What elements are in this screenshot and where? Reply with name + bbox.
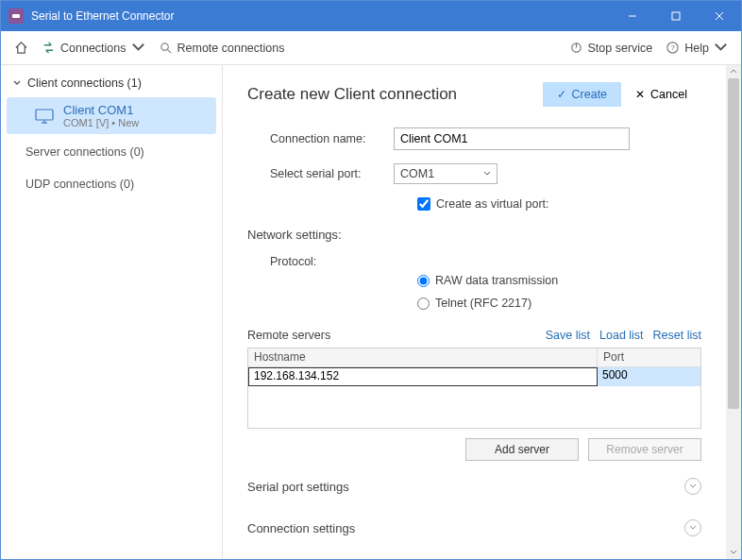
chevron-down-icon xyxy=(684,478,701,495)
save-list-link[interactable]: Save list xyxy=(546,329,590,342)
home-icon xyxy=(14,41,28,55)
reset-list-link[interactable]: Reset list xyxy=(653,329,701,342)
add-server-button[interactable]: Add server xyxy=(465,438,579,461)
remote-servers-actions: Add server Remove server xyxy=(247,438,701,461)
chevron-down-icon xyxy=(131,41,145,55)
scroll-down-icon[interactable] xyxy=(726,546,741,559)
port-cell[interactable]: 5000 xyxy=(598,367,700,386)
svg-rect-11 xyxy=(36,110,53,120)
page-title: Create new Client connection xyxy=(247,85,543,104)
page-header: Create new Client connection ✓ Create ✕ … xyxy=(247,82,701,107)
app-icon xyxy=(8,8,24,24)
scrollbar-thumb[interactable] xyxy=(728,78,739,409)
sidebar-item-text: Client COM1 COM1 [V] • New xyxy=(63,103,139,128)
radio-raw-row: RAW data transmission xyxy=(417,274,701,287)
svg-rect-2 xyxy=(672,12,680,20)
connection-name-input[interactable] xyxy=(394,127,630,150)
label-telnet: Telnet (RFC 2217) xyxy=(435,297,531,310)
titlebar: Serial to Ethernet Connector xyxy=(1,1,741,31)
stop-service-button[interactable]: Stop service xyxy=(565,39,657,57)
chevron-down-icon xyxy=(483,170,491,178)
minimize-button[interactable] xyxy=(611,1,654,31)
label-protocol: Protocol: xyxy=(247,255,394,268)
chevron-down-icon xyxy=(684,519,701,536)
sidebar-group-client[interactable]: Client connections (1) xyxy=(1,71,222,95)
content: Create new Client connection ✓ Create ✕ … xyxy=(223,65,726,559)
table-header: Hostname Port xyxy=(248,348,700,367)
label-raw: RAW data transmission xyxy=(435,274,558,287)
svg-rect-0 xyxy=(12,14,20,18)
row-connection-name: Connection name: xyxy=(247,127,701,150)
main-panel: Create new Client connection ✓ Create ✕ … xyxy=(223,65,741,559)
label-serial-port: Select serial port: xyxy=(247,167,394,180)
radio-telnet-row: Telnet (RFC 2217) xyxy=(417,297,701,310)
serial-port-select[interactable]: COM1 xyxy=(394,163,497,184)
radio-telnet[interactable] xyxy=(417,297,430,310)
vertical-scrollbar[interactable] xyxy=(726,65,741,559)
svg-text:?: ? xyxy=(671,43,675,52)
help-label: Help xyxy=(684,42,709,55)
row-serial-port: Select serial port: COM1 xyxy=(247,163,701,184)
sidebar-item-name: Client COM1 xyxy=(63,103,139,117)
remote-servers-title: Remote servers xyxy=(247,329,536,342)
section-connection-settings[interactable]: Connection settings xyxy=(247,502,701,536)
sidebar-item-sub: COM1 [V] • New xyxy=(63,117,139,128)
protocol-options: RAW data transmission Telnet (RFC 2217) xyxy=(417,274,701,310)
app-window: Serial to Ethernet Connector Connections… xyxy=(0,0,742,560)
monitor-icon xyxy=(35,109,54,124)
remote-connections-button[interactable]: Remote connections xyxy=(155,39,289,57)
help-icon: ? xyxy=(666,41,680,55)
create-button-label: Create xyxy=(572,88,608,101)
search-icon xyxy=(159,41,173,55)
close-icon: ✕ xyxy=(635,88,645,101)
serial-port-settings-label: Serial port settings xyxy=(247,480,349,494)
connections-label: Connections xyxy=(60,42,126,55)
row-virtual-port: Create as virtual port: xyxy=(417,197,701,211)
swap-icon xyxy=(42,41,56,55)
virtual-port-checkbox[interactable] xyxy=(417,197,430,211)
app-title: Serial to Ethernet Connector xyxy=(31,9,611,23)
label-virtual-port: Create as virtual port: xyxy=(436,197,549,211)
window-buttons xyxy=(611,1,741,31)
table-row[interactable]: 192.168.134.152 5000 xyxy=(248,367,700,386)
close-button[interactable] xyxy=(698,1,741,31)
power-icon xyxy=(569,41,583,55)
serial-port-value: COM1 xyxy=(400,167,434,180)
radio-raw[interactable] xyxy=(417,275,430,287)
help-menu[interactable]: ? Help xyxy=(662,39,732,57)
stop-service-label: Stop service xyxy=(588,42,653,55)
cancel-button-label: Cancel xyxy=(650,88,687,101)
body: Client connections (1) Client COM1 COM1 … xyxy=(1,65,741,559)
svg-line-6 xyxy=(167,49,171,53)
row-protocol: Protocol: xyxy=(247,255,701,268)
chevron-down-icon xyxy=(12,78,22,88)
col-hostname[interactable]: Hostname xyxy=(248,348,598,366)
connection-settings-label: Connection settings xyxy=(247,521,355,535)
cancel-button[interactable]: ✕ Cancel xyxy=(621,82,701,107)
sidebar-item-client-com1[interactable]: Client COM1 COM1 [V] • New xyxy=(7,97,216,134)
label-connection-name: Connection name: xyxy=(247,132,394,145)
col-port[interactable]: Port xyxy=(598,348,700,366)
chevron-down-icon xyxy=(714,41,728,55)
connections-menu[interactable]: Connections xyxy=(38,39,149,57)
scroll-up-icon[interactable] xyxy=(726,65,741,78)
home-button[interactable] xyxy=(10,39,32,57)
svg-point-5 xyxy=(160,43,168,51)
toolbar: Connections Remote connections Stop serv… xyxy=(1,31,741,65)
sidebar-group-client-label: Client connections (1) xyxy=(27,76,142,90)
create-button[interactable]: ✓ Create xyxy=(543,82,622,107)
check-icon: ✓ xyxy=(557,88,566,101)
remote-connections-label: Remote connections xyxy=(177,42,285,55)
sidebar: Client connections (1) Client COM1 COM1 … xyxy=(1,65,223,559)
sidebar-group-udp[interactable]: UDP connections (0) xyxy=(1,168,222,200)
sidebar-group-server[interactable]: Server connections (0) xyxy=(1,136,222,168)
remove-server-button[interactable]: Remove server xyxy=(588,438,701,461)
hostname-cell[interactable]: 192.168.134.152 xyxy=(248,367,598,386)
remote-servers-table: Hostname Port 192.168.134.152 5000 xyxy=(247,348,701,429)
remote-servers-header: Remote servers Save list Load list Reset… xyxy=(247,329,701,342)
load-list-link[interactable]: Load list xyxy=(599,329,644,342)
maximize-button[interactable] xyxy=(654,1,698,31)
section-network-settings: Network settings: xyxy=(247,228,701,242)
section-serial-port-settings[interactable]: Serial port settings xyxy=(247,461,701,502)
